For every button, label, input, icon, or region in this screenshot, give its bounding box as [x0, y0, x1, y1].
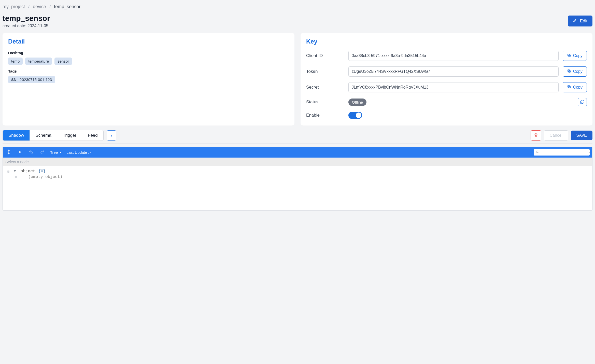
- client-id-input[interactable]: [348, 51, 559, 61]
- detail-title: Detail: [8, 38, 289, 45]
- edit-button[interactable]: Edit: [568, 16, 592, 26]
- breadcrumb-separator: /: [47, 4, 53, 9]
- save-button[interactable]: SAVE: [571, 131, 593, 140]
- copy-label: Copy: [573, 53, 583, 58]
- svg-point-6: [536, 151, 538, 152]
- tabs: Shadow Schema Trigger Feed: [3, 130, 104, 141]
- tab-feed[interactable]: Feed: [82, 130, 103, 141]
- tag-value: 20230715-001-123: [20, 77, 52, 82]
- hashtag-chip[interactable]: temperature: [25, 58, 52, 65]
- info-icon: i: [111, 133, 112, 138]
- breadcrumb: my_project / device / temp_sensor: [3, 3, 592, 14]
- secret-input[interactable]: [348, 82, 559, 92]
- chevron-down-icon: ▼: [59, 151, 62, 154]
- hashtag-chip[interactable]: sensor: [54, 58, 72, 65]
- hashtag-chip[interactable]: temp: [8, 58, 23, 65]
- copy-label: Copy: [573, 69, 583, 74]
- key-title: Key: [306, 38, 587, 45]
- tag-key: SN: [11, 77, 17, 82]
- created-date: created date: 2024-11-05: [3, 24, 50, 28]
- tree-caret-icon[interactable]: ▼: [14, 170, 18, 173]
- undo-button[interactable]: [28, 149, 34, 156]
- search-icon: [536, 150, 539, 155]
- toggle-knob: [356, 113, 361, 118]
- expand-icon: [6, 149, 11, 155]
- breadcrumb-section[interactable]: device: [33, 4, 46, 9]
- editor-toolbar: Tree ▼ Last Update : - ▼▲: [3, 147, 592, 158]
- token-label: Token: [306, 69, 344, 74]
- tags-label: Tags: [8, 69, 289, 73]
- editor-search[interactable]: ▼▲: [534, 149, 590, 156]
- breadcrumb-current: temp_sensor: [54, 4, 80, 9]
- page-title: temp_sensor: [3, 14, 50, 23]
- json-editor: Tree ▼ Last Update : - ▼▲ Select a node.…: [3, 147, 592, 211]
- tag-chip[interactable]: SN : 20230715-001-123: [8, 76, 55, 83]
- collapse-icon: [17, 149, 22, 155]
- info-button[interactable]: i: [107, 130, 116, 141]
- collapse-all-button[interactable]: [17, 149, 23, 156]
- copy-token-button[interactable]: Copy: [563, 66, 587, 77]
- edit-icon: [573, 18, 577, 24]
- edit-button-label: Edit: [580, 19, 587, 24]
- search-nav-icons[interactable]: ▼▲: [588, 151, 592, 154]
- enable-toggle[interactable]: [348, 112, 362, 119]
- editor-body[interactable]: ▤ ▼ object {0} ▤ (empty object): [3, 166, 592, 210]
- editor-path-bar[interactable]: Select a node...: [3, 158, 592, 166]
- copy-client-id-button[interactable]: Copy: [563, 51, 587, 61]
- tab-shadow[interactable]: Shadow: [3, 130, 30, 141]
- token-input[interactable]: [348, 66, 559, 77]
- refresh-status-button[interactable]: [578, 98, 587, 106]
- row-menu-icon[interactable]: ▤: [6, 170, 11, 173]
- hashtag-label: Hashtag: [8, 51, 289, 55]
- copy-label: Copy: [573, 85, 583, 90]
- detail-card: Detail Hashtag temp temperature sensor T…: [3, 33, 294, 125]
- tree-root-row[interactable]: ▤ ▼ object {0}: [6, 169, 589, 174]
- breadcrumb-separator: /: [26, 4, 32, 9]
- secret-label: Secret: [306, 85, 344, 90]
- refresh-icon: [580, 100, 585, 105]
- tree-empty-row[interactable]: ▤ (empty object): [6, 174, 589, 180]
- status-badge: Offline: [348, 99, 366, 106]
- copy-icon: [567, 53, 571, 58]
- tab-trigger[interactable]: Trigger: [57, 130, 82, 141]
- redo-icon: [40, 149, 45, 155]
- delete-button[interactable]: [531, 130, 541, 141]
- client-id-label: Client ID: [306, 53, 344, 58]
- key-card: Key Client ID Copy Token Copy Secret: [301, 33, 592, 125]
- tags-chips: SN : 20230715-001-123: [8, 76, 289, 83]
- enable-label: Enable: [306, 113, 344, 118]
- mode-label: Tree: [50, 150, 58, 155]
- last-update-label: Last Update : -: [66, 150, 91, 155]
- editor-search-input[interactable]: [541, 150, 586, 154]
- redo-button[interactable]: [39, 149, 46, 156]
- tab-schema[interactable]: Schema: [30, 130, 57, 141]
- tree-root-count: {0}: [38, 169, 46, 174]
- hashtag-chips: temp temperature sensor: [8, 58, 289, 65]
- trash-icon: [534, 133, 538, 138]
- mode-dropdown[interactable]: Tree ▼: [50, 150, 62, 155]
- copy-icon: [567, 85, 571, 90]
- expand-all-button[interactable]: [5, 149, 12, 156]
- undo-icon: [29, 149, 34, 155]
- tree-empty-label: (empty object): [28, 175, 62, 179]
- breadcrumb-project[interactable]: my_project: [3, 4, 25, 9]
- status-label: Status: [306, 100, 344, 105]
- row-menu-icon[interactable]: ▤: [13, 175, 19, 179]
- cancel-button[interactable]: Cancel: [544, 130, 568, 141]
- copy-icon: [567, 69, 571, 74]
- tree-root-label: object: [21, 169, 35, 174]
- copy-secret-button[interactable]: Copy: [563, 82, 587, 92]
